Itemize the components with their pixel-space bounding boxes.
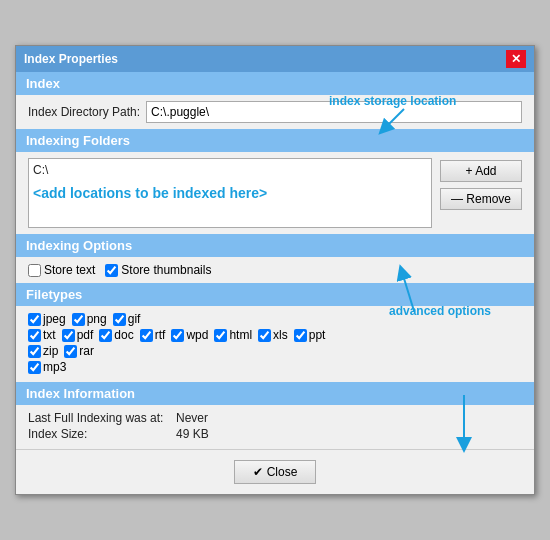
filetypes-body: jpeg png gif txt pdf doc rtf wpd html xl… — [16, 306, 534, 382]
ft-jpeg[interactable]: jpeg — [28, 312, 66, 326]
ft-ppt[interactable]: ppt — [294, 328, 326, 342]
last-indexing-value: Never — [176, 411, 208, 425]
ft-rtf[interactable]: rtf — [140, 328, 166, 342]
footer: ✔ Close — [16, 449, 534, 494]
store-text-label: Store text — [44, 263, 95, 277]
indexing-folders-body: C:\ <add locations to be indexed here> +… — [16, 152, 534, 234]
index-dir-row: Index Directory Path: — [16, 95, 534, 129]
last-indexing-label: Last Full Indexing was at: — [28, 411, 168, 425]
index-size-label: Index Size: — [28, 427, 168, 441]
ft-pdf[interactable]: pdf — [62, 328, 94, 342]
info-row-2: Index Size: 49 KB — [28, 427, 522, 441]
filetypes-header: Filetypes — [16, 283, 534, 306]
store-text-option[interactable]: Store text — [28, 263, 95, 277]
index-properties-window: Index Properties ✕ Index index storage l… — [15, 45, 535, 495]
store-thumbnails-option[interactable]: Store thumbnails — [105, 263, 211, 277]
close-label: Close — [267, 465, 298, 479]
ft-wpd[interactable]: wpd — [171, 328, 208, 342]
checkmark-icon: ✔ — [253, 465, 263, 479]
folders-list: C:\ <add locations to be indexed here> — [28, 158, 432, 228]
index-section-header: Index — [16, 72, 534, 95]
close-button[interactable]: ✔ Close — [234, 460, 317, 484]
store-thumbnails-checkbox[interactable] — [105, 264, 118, 277]
index-size-value: 49 KB — [176, 427, 209, 441]
add-folder-button[interactable]: + Add — [440, 160, 522, 182]
close-window-button[interactable]: ✕ — [506, 50, 526, 68]
filetypes-row-4: mp3 — [28, 360, 522, 374]
ft-rar[interactable]: rar — [64, 344, 94, 358]
ft-mp3[interactable]: mp3 — [28, 360, 66, 374]
add-hint-text: <add locations to be indexed here> — [33, 185, 427, 201]
index-dir-input[interactable] — [146, 101, 522, 123]
indexing-folders-header: Indexing Folders — [16, 129, 534, 152]
ft-gif[interactable]: gif — [113, 312, 141, 326]
indexing-options-body: Store text Store thumbnails advanced opt… — [16, 257, 534, 283]
filetypes-row-2: txt pdf doc rtf wpd html xls ppt — [28, 328, 522, 342]
ft-xls[interactable]: xls — [258, 328, 288, 342]
ft-html[interactable]: html — [214, 328, 252, 342]
indexing-options-header: Indexing Options — [16, 234, 534, 257]
window-title: Index Properties — [24, 52, 118, 66]
ft-zip[interactable]: zip — [28, 344, 58, 358]
index-info-body: Last Full Indexing was at: Never Index S… — [16, 405, 534, 449]
ft-doc[interactable]: doc — [99, 328, 133, 342]
title-bar: Index Properties ✕ — [16, 46, 534, 72]
index-info-header: Index Information — [16, 382, 534, 405]
remove-folder-button[interactable]: — Remove — [440, 188, 522, 210]
filetypes-row-1: jpeg png gif — [28, 312, 522, 326]
index-dir-label: Index Directory Path: — [28, 105, 140, 119]
ft-txt[interactable]: txt — [28, 328, 56, 342]
ft-png[interactable]: png — [72, 312, 107, 326]
store-text-checkbox[interactable] — [28, 264, 41, 277]
add-remove-col: + Add — Remove — [440, 158, 522, 228]
info-row-1: Last Full Indexing was at: Never — [28, 411, 522, 425]
store-thumbnails-label: Store thumbnails — [121, 263, 211, 277]
folders-list-item: C:\ — [33, 163, 427, 177]
filetypes-row-3: zip rar — [28, 344, 522, 358]
